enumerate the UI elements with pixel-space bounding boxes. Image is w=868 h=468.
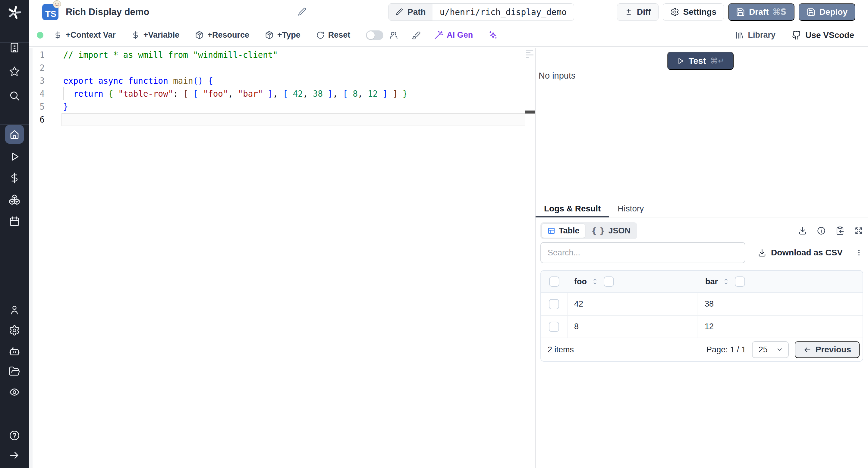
edit-title-pencil-icon[interactable]: [297, 7, 307, 17]
column-header-foo[interactable]: foo: [574, 277, 587, 287]
diff-button[interactable]: Diff: [617, 3, 658, 21]
row-checkbox[interactable]: [549, 322, 559, 332]
column-checkbox[interactable]: [735, 276, 745, 287]
draft-button[interactable]: Draft ⌘S: [728, 3, 795, 21]
sidebar-item-runs[interactable]: [9, 151, 20, 162]
sidebar: [0, 0, 29, 468]
windmill-logo[interactable]: [7, 5, 22, 21]
star-icon[interactable]: [9, 66, 20, 77]
view-switcher: Table { } JSON: [540, 222, 637, 239]
column-header-bar[interactable]: bar: [705, 277, 718, 287]
table-view-button[interactable]: Table: [541, 224, 585, 238]
diff-icon: [624, 8, 633, 16]
download-icon[interactable]: [798, 226, 807, 235]
result-actions: [798, 226, 863, 235]
sidebar-item-home[interactable]: [5, 125, 24, 144]
kebab-menu-icon[interactable]: [855, 248, 863, 257]
sort-icon[interactable]: [722, 278, 730, 286]
toolbar-right: Library Use VScode: [735, 30, 854, 40]
building-icon[interactable]: [9, 42, 20, 53]
line-number: 3: [29, 74, 44, 87]
deploy-button[interactable]: Deploy: [799, 3, 855, 21]
line-number: 2: [29, 61, 44, 74]
help-icon[interactable]: [9, 430, 20, 441]
package-icon: [265, 31, 274, 39]
sidebar-item-schedules[interactable]: [9, 215, 20, 227]
search-icon[interactable]: [9, 90, 20, 101]
sidebar-item-variables[interactable]: [9, 172, 20, 184]
draft-shortcut: ⌘S: [772, 7, 786, 17]
format-brush-icon[interactable]: [412, 31, 421, 40]
code-lines: 1// import * as wmill from "windmill-cli…: [29, 48, 525, 126]
clipboard-copy-icon[interactable]: [835, 226, 844, 235]
sort-icon[interactable]: [591, 278, 599, 286]
arrow-left-icon: [803, 346, 811, 354]
tab-logs-result[interactable]: Logs & Result: [535, 200, 609, 217]
reset-button[interactable]: Reset: [316, 30, 350, 40]
library-button[interactable]: Library: [735, 30, 776, 40]
code-line[interactable]: 1// import * as wmill from "windmill-cli…: [29, 48, 525, 61]
maximize-icon[interactable]: [854, 226, 863, 235]
code-line[interactable]: 3export async function main() {: [29, 74, 525, 87]
code-editor[interactable]: 1// import * as wmill from "windmill-cli…: [29, 48, 535, 468]
path-label-section: Path: [389, 4, 433, 21]
topbar-actions: Diff Settings Draft ⌘S Deplo: [617, 3, 855, 21]
add-context-var-button[interactable]: +Context Var: [54, 30, 116, 40]
table-footer: 2 items Page: 1 / 1 25: [541, 338, 863, 361]
run-panel: Test ⌘↵ No inputs Logs & Result History …: [535, 48, 868, 468]
save-icon: [736, 7, 745, 16]
diff-mode-toggle[interactable]: [366, 30, 383, 40]
minimap[interactable]: [525, 48, 535, 468]
settings-button[interactable]: Settings: [663, 3, 724, 21]
play-icon: [676, 57, 684, 65]
info-icon[interactable]: [817, 226, 826, 235]
sparkles-icon[interactable]: [489, 31, 498, 40]
add-resource-button[interactable]: +Resource: [195, 30, 249, 40]
search-input[interactable]: [540, 242, 745, 263]
column-checkbox[interactable]: [604, 276, 614, 287]
table-controls: Download as CSV: [540, 242, 863, 264]
previous-page-button[interactable]: Previous: [795, 341, 860, 358]
path-value[interactable]: u/henri/rich_display_demo: [433, 4, 574, 21]
code-line[interactable]: 5}: [29, 100, 525, 113]
select-all-checkbox[interactable]: [549, 276, 559, 287]
add-variable-button[interactable]: +Variable: [131, 30, 179, 40]
sidebar-item-users[interactable]: [9, 304, 20, 315]
save-icon: [807, 7, 815, 16]
ai-gen-button[interactable]: AI Gen: [434, 30, 473, 40]
table-cell: 38: [698, 293, 863, 315]
line-number: 5: [29, 100, 44, 113]
expand-sidebar-icon[interactable]: [9, 449, 20, 461]
emoji-face-icon: [53, 0, 61, 9]
use-vscode-button[interactable]: Use VScode: [792, 30, 854, 40]
users-icon[interactable]: [389, 30, 398, 40]
result-table: foo bar: [540, 270, 863, 362]
download-csv-button[interactable]: Download as CSV: [758, 248, 843, 258]
rotate-cw-icon: [316, 31, 324, 39]
package-icon: [195, 31, 204, 39]
sidebar-item-workers[interactable]: [9, 345, 20, 357]
code-line[interactable]: 6: [29, 113, 525, 126]
test-button[interactable]: Test ⌘↵: [667, 52, 734, 70]
sidebar-item-folders[interactable]: [9, 366, 20, 377]
sidebar-item-audit-logs[interactable]: [9, 387, 20, 398]
test-shortcut: ⌘↵: [710, 56, 724, 65]
page-indicator: Page: 1 / 1: [707, 345, 746, 355]
gear-icon: [670, 7, 679, 16]
library-icon: [735, 31, 744, 40]
sidebar-item-settings[interactable]: [9, 325, 20, 336]
sidebar-item-resources[interactable]: [9, 194, 20, 205]
minimap-cursor-marker: [525, 110, 535, 113]
add-type-button[interactable]: +Type: [265, 30, 301, 40]
indent-guide: [63, 87, 64, 100]
json-view-button[interactable]: { } JSON: [586, 224, 636, 238]
tab-history[interactable]: History: [609, 200, 652, 217]
row-checkbox[interactable]: [549, 299, 559, 309]
table-row: 4238: [541, 293, 863, 315]
path-editor[interactable]: Path u/henri/rich_display_demo: [388, 3, 574, 21]
code-line[interactable]: 4 return { "table-row": [ [ "foo", "bar"…: [29, 87, 525, 100]
status-dot: [37, 32, 43, 38]
code-line[interactable]: 2: [29, 61, 525, 74]
page-size-select[interactable]: 25: [752, 341, 789, 358]
result-tabbar: Logs & Result History: [535, 200, 868, 218]
